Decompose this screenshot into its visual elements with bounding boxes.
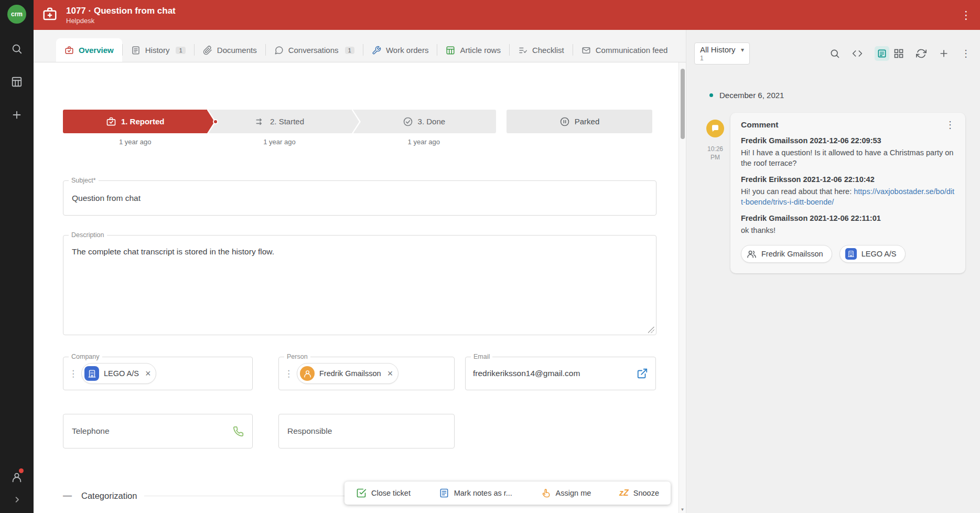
- comment-type-icon: [706, 120, 724, 137]
- timeline-bullet: [709, 93, 713, 97]
- responsible-field[interactable]: Responsible: [278, 414, 455, 448]
- tab-documents[interactable]: Documents: [195, 38, 265, 62]
- history-filter-dropdown[interactable]: All History ▾ 1: [694, 42, 750, 65]
- scrollbar-thumb[interactable]: [681, 69, 685, 139]
- add-history-icon[interactable]: [939, 48, 949, 59]
- communication-feed-tab-icon: [581, 46, 591, 55]
- snooze-button[interactable]: zZ Snooze: [619, 488, 659, 498]
- step-started[interactable]: 2. Started: [207, 110, 351, 133]
- entry-more-icon[interactable]: ⋮: [945, 120, 955, 130]
- person-field[interactable]: Person ⋮ Fredrik Gmailsson ×: [278, 357, 455, 390]
- main-scrollbar[interactable]: ▼: [679, 62, 686, 513]
- tab-overview[interactable]: Overview: [56, 38, 122, 62]
- ticket-form: 1. Reported 2. Started 3. Done: [34, 62, 679, 513]
- categorization-title: Categorization: [81, 491, 137, 501]
- tab-conversations[interactable]: Conversations 1: [266, 38, 363, 62]
- timeline-date-header: December 6, 2021: [709, 91, 784, 100]
- history-filter-count: 1: [700, 55, 744, 62]
- email-value: fredrikeriksson14@gmail.com: [473, 369, 637, 378]
- person-tag-chip[interactable]: Fredrik Gmailsson: [741, 245, 832, 263]
- step-timestamp: 1 year ago: [63, 138, 207, 146]
- entry-type-label: Comment: [741, 120, 778, 130]
- person-chip[interactable]: Fredrik Gmailsson ×: [297, 363, 399, 384]
- step-done[interactable]: 3. Done: [352, 110, 496, 133]
- company-tag-chip[interactable]: LEGO A/S: [839, 245, 906, 263]
- parked-pause-icon: [559, 116, 570, 127]
- history-more-icon[interactable]: ⋮: [961, 48, 971, 59]
- scrollbar-down-arrow-icon[interactable]: ▼: [679, 507, 686, 512]
- tab-label: Overview: [79, 46, 114, 55]
- status-steps-group: 1. Reported 2. Started 3. Done: [63, 110, 496, 133]
- telephone-field[interactable]: Telephone: [63, 414, 253, 448]
- article-rows-tab-icon: [446, 46, 455, 55]
- tab-label: History: [145, 46, 170, 55]
- open-email-external-icon[interactable]: [637, 368, 648, 379]
- search-icon[interactable]: [6, 38, 27, 59]
- conversations-tab-icon: [274, 46, 284, 55]
- company-field[interactable]: Company ⋮ LEGO A/S ×: [63, 357, 253, 390]
- tab-communication-feed[interactable]: Communication feed: [573, 38, 676, 62]
- tab-checklist[interactable]: Checklist: [510, 38, 573, 62]
- close-ticket-button[interactable]: Close ticket: [356, 488, 411, 498]
- step-label: 3. Done: [418, 117, 446, 126]
- tables-icon[interactable]: [6, 71, 27, 92]
- pointing-hand-icon: [541, 488, 551, 498]
- company-building-icon: [845, 248, 857, 260]
- crm-logo[interactable]: crm: [7, 5, 26, 24]
- description-value: The complete chat transcript is stored i…: [72, 247, 274, 256]
- tab-label: Work orders: [386, 46, 428, 55]
- add-icon[interactable]: [6, 104, 27, 125]
- header-more-icon[interactable]: ⋮: [961, 9, 972, 20]
- collapse-section-icon[interactable]: —: [63, 490, 72, 501]
- reported-step-icon: [106, 116, 116, 127]
- code-view-icon[interactable]: [852, 48, 863, 59]
- phone-icon[interactable]: [233, 426, 244, 437]
- history-panel: All History ▾ 1: [686, 30, 980, 513]
- step-reported[interactable]: 1. Reported: [63, 110, 207, 133]
- message-text: Hi! you can read about that here: https:…: [741, 186, 955, 207]
- chat-message: Fredrik Gmailsson 2021-12-06 22:09:53 Hi…: [741, 136, 955, 168]
- refresh-icon[interactable]: [916, 48, 927, 59]
- message-sender: Fredrik Gmailsson 2021-12-06 22:09:53: [741, 136, 955, 145]
- history-search-icon[interactable]: [830, 48, 840, 59]
- company-chip[interactable]: LEGO A/S ×: [81, 363, 156, 384]
- ticket-title: 1077 · Question from chat: [66, 5, 176, 16]
- parked-button[interactable]: Parked: [507, 110, 652, 133]
- ticket-icon: [42, 6, 58, 24]
- drag-handle-icon[interactable]: ⋮: [69, 368, 76, 379]
- email-label: Email: [471, 352, 492, 361]
- table-view-icon[interactable]: [893, 48, 904, 59]
- tab-label: Conversations: [288, 46, 339, 55]
- history-entry-card[interactable]: Comment ⋮ Fredrik Gmailsson 2021-12-06 2…: [730, 113, 965, 273]
- assign-me-button[interactable]: Assign me: [541, 488, 591, 498]
- history-entry: 10:26 PM Comment ⋮ Fredrik Gmailsson 202…: [700, 113, 965, 273]
- email-field[interactable]: Email fredrikeriksson14@gmail.com: [465, 357, 656, 390]
- feed-view-icon[interactable]: [875, 46, 889, 61]
- remove-company-icon[interactable]: ×: [145, 369, 151, 378]
- description-field[interactable]: Description The complete chat transcript…: [63, 235, 656, 335]
- description-label: Description: [69, 231, 107, 240]
- tab-work-orders[interactable]: Work orders: [363, 38, 437, 62]
- timeline-column: 10:26 PM: [700, 113, 730, 273]
- resize-handle[interactable]: [648, 327, 654, 333]
- tab-article-rows[interactable]: Article rows: [437, 38, 509, 62]
- status-steps: 1. Reported 2. Started 3. Done: [63, 110, 656, 133]
- expand-sidebar-chevron-icon[interactable]: [6, 489, 27, 510]
- sidebar: crm: [0, 0, 34, 513]
- people-icon: [747, 249, 757, 259]
- message-text: Hi! I have a question! Is it allowed to …: [741, 147, 955, 168]
- subject-field[interactable]: Subject* Question from chat: [63, 180, 656, 216]
- tab-history[interactable]: History 1: [123, 38, 194, 62]
- remove-person-icon[interactable]: ×: [387, 369, 393, 378]
- mark-notes-read-button[interactable]: Mark notes as r...: [439, 488, 512, 498]
- notification-dot: [19, 468, 24, 473]
- profile-icon[interactable]: [6, 467, 27, 488]
- drag-handle-icon[interactable]: ⋮: [284, 368, 292, 379]
- contact-row: Telephone Responsible: [63, 414, 656, 448]
- date-header-label: December 6, 2021: [719, 91, 784, 100]
- step-timestamp: 1 year ago: [207, 138, 351, 146]
- tab-label: Checklist: [532, 46, 564, 55]
- company-tag-label: LEGO A/S: [861, 250, 897, 258]
- done-step-icon: [403, 116, 413, 127]
- step-timestamps: 1 year ago 1 year ago 1 year ago: [63, 138, 656, 146]
